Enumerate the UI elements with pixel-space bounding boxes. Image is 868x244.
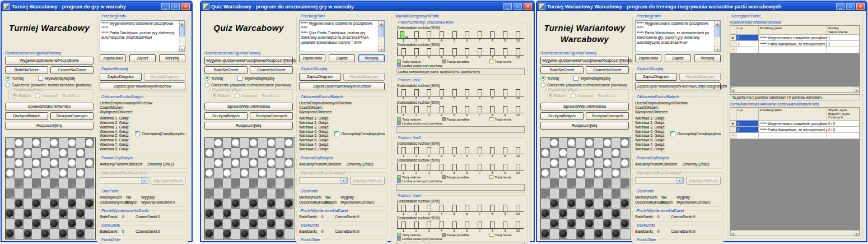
board-square-dark[interactable]: 19 <box>567 199 576 209</box>
board-square-light[interactable] <box>585 168 594 178</box>
board-square-dark[interactable]: 12 <box>258 209 267 219</box>
board-square-light[interactable] <box>276 158 284 168</box>
board-square-dark[interactable]: 46 <box>284 138 293 148</box>
board-square-dark[interactable]: 38 <box>249 158 258 168</box>
board-square-dark[interactable]: 31 <box>276 168 284 178</box>
board-square-dark[interactable]: 41 <box>276 148 284 158</box>
board-square-dark[interactable]: 5 <box>6 229 15 239</box>
black-team-button[interactable]: DrużynaCzarnych <box>586 112 629 120</box>
scroll-up-icon[interactable]: ▲ <box>379 21 384 26</box>
board-square-light[interactable] <box>612 219 620 229</box>
maximize-button[interactable]: □ <box>846 3 855 10</box>
board-square-light[interactable] <box>612 138 620 148</box>
board-square-light[interactable] <box>32 209 41 219</box>
move-combo-box[interactable]: ▼ <box>635 177 684 184</box>
save-valid-moves-button[interactable]: ZapiszOpisPrawidłowychRuchów <box>100 82 185 90</box>
grid-cell[interactable]: ***** Wygenerowano ustawienie początkowe… <box>759 35 827 41</box>
board-square-light[interactable] <box>585 188 594 199</box>
board-square-light[interactable] <box>249 188 258 199</box>
board-square-light[interactable] <box>620 209 629 219</box>
check-draw-conditions-button[interactable]: SprawdźWarunkiRemisu <box>204 103 293 111</box>
board-square-light[interactable] <box>6 138 15 148</box>
board-square-dark[interactable]: 18 <box>249 199 258 209</box>
close-button[interactable]: ✕ <box>524 3 532 10</box>
board-square-light[interactable] <box>240 178 249 188</box>
board-square-light[interactable] <box>612 178 620 188</box>
board-square-light[interactable] <box>576 158 585 168</box>
board-square-light[interactable] <box>50 209 59 219</box>
board-square-dark[interactable]: 14 <box>559 209 568 219</box>
board-square-dark[interactable]: 43 <box>576 148 585 158</box>
board-square-dark[interactable]: 21 <box>612 188 620 199</box>
generate-start-button[interactable]: WygenerujUstawieniePoczątkowe/Rozpocznij… <box>204 57 293 65</box>
checkbox-wyswietlaj-asyste[interactable]: WyświetlajAsystę <box>237 76 274 81</box>
table-row[interactable]: 2***** Partia Wariantowa, ze wznowieniam… <box>730 41 860 47</box>
board-square-light[interactable] <box>205 158 214 168</box>
board-square-dark[interactable]: 17 <box>267 199 276 209</box>
board-square-light[interactable] <box>267 229 276 239</box>
radio-czarnych-disabled[interactable]: Czarnych <box>35 93 58 98</box>
board-square-light[interactable] <box>276 219 284 229</box>
board-square-dark[interactable]: 15 <box>6 209 15 219</box>
played-games-grid[interactable]: L.p.Przebieg partiiPunkty zakończenia▶1*… <box>730 25 860 93</box>
board-square-light[interactable] <box>267 148 276 158</box>
board-square-dark[interactable]: 1 <box>276 229 284 239</box>
board-square-dark[interactable]: 11 <box>612 209 620 219</box>
board-square-dark[interactable]: 38 <box>50 158 59 168</box>
board-square-dark[interactable]: 26 <box>284 178 293 188</box>
board-square-dark[interactable]: 9 <box>567 219 576 229</box>
board-square-dark[interactable]: 1 <box>612 229 620 239</box>
board-square-light[interactable] <box>603 188 612 199</box>
save-diagram-button[interactable]: ZapiszDiagram <box>299 73 341 81</box>
board-square-dark[interactable]: 50 <box>214 138 223 148</box>
board-square-light[interactable] <box>15 188 24 199</box>
board-square-light[interactable] <box>214 209 223 219</box>
board-square-light[interactable] <box>231 188 240 199</box>
save-valid-moves-button[interactable]: ZapiszOpisPrawidłowychRuchów/ListęRozegr… <box>635 82 721 90</box>
board-square-dark[interactable]: 27 <box>267 178 276 188</box>
board-square-light[interactable] <box>6 178 15 188</box>
title-bar[interactable]: Turniej Warcabowy - program do gry w war… <box>2 2 192 11</box>
board-square-light[interactable] <box>594 138 603 148</box>
board-square-light[interactable] <box>550 229 559 239</box>
radio-czarnych-disabled[interactable]: Czarnych <box>571 93 594 98</box>
checkbox-oszczedzaj-czas[interactable]: OszczędzajCzasAlgorytmu <box>334 131 385 136</box>
board-square-dark[interactable]: 4 <box>223 229 232 239</box>
board-square-light[interactable] <box>620 168 629 178</box>
save-valid-moves-button[interactable]: ZapiszOpisPrawidłowychRuchów <box>299 82 385 90</box>
board-square-light[interactable] <box>85 229 94 239</box>
title-bar[interactable]: Turniej Wariantowy Warcabowy - program d… <box>537 2 866 11</box>
board-square-light[interactable] <box>567 168 576 178</box>
board-square-light[interactable] <box>267 209 276 219</box>
radio-turniej[interactable]: Turniej <box>204 76 223 81</box>
board-square-light[interactable] <box>76 199 85 209</box>
board-square-dark[interactable]: 18 <box>585 199 594 209</box>
grid-cell[interactable]: 0 / 0 <box>827 127 860 133</box>
board-square-light[interactable] <box>284 168 293 178</box>
board-square-dark[interactable]: 29 <box>32 178 41 188</box>
board-square-dark[interactable]: 33 <box>41 168 50 178</box>
board-square-dark[interactable]: 49 <box>231 138 240 148</box>
board-square-light[interactable] <box>267 188 276 199</box>
board-square-light[interactable] <box>223 158 232 168</box>
board-square-light[interactable] <box>6 199 15 209</box>
board-square-light[interactable] <box>541 219 550 229</box>
grid-cell[interactable] <box>736 47 759 53</box>
propose-move-button[interactable]: ZaproponujRuch <box>686 177 721 185</box>
maximize-button[interactable]: □ <box>171 3 180 10</box>
grid-cell[interactable]: ***** Partia Wariantowa, ze wznowieniami… <box>759 127 827 133</box>
board-square-light[interactable] <box>50 148 59 158</box>
grid-cell[interactable]: ***** Partia Wariantowa, ze wznowieniami… <box>759 41 827 47</box>
board-square-light[interactable] <box>68 168 77 178</box>
board-square-dark[interactable]: 36 <box>85 158 94 168</box>
board-square-dark[interactable]: 39 <box>32 158 41 168</box>
board-square-dark[interactable]: 39 <box>567 158 576 168</box>
radio-bialych-disabled[interactable]: Białych <box>12 93 31 98</box>
board-square-light[interactable] <box>249 148 258 158</box>
scroll-down-icon[interactable]: ▼ <box>715 47 720 52</box>
board-square-light[interactable] <box>603 168 612 178</box>
board-square-dark[interactable]: 25 <box>205 188 214 199</box>
board-square-dark[interactable]: 14 <box>24 209 32 219</box>
board-square-light[interactable] <box>240 199 249 209</box>
board-square-dark[interactable]: 44 <box>24 148 32 158</box>
